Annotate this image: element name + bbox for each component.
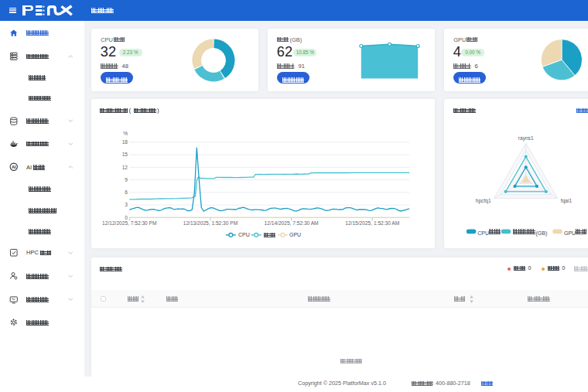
svg-text:CPU: CPU bbox=[238, 233, 250, 238]
svg-text:12/14/2025, 7:52:30 AM: 12/14/2025, 7:52:30 AM bbox=[265, 221, 319, 227]
svg-text:9: 9 bbox=[125, 177, 128, 182]
svg-text:fqai1: fqai1 bbox=[561, 198, 573, 204]
svg-text:12: 12 bbox=[122, 165, 128, 170]
svg-text:12/15/2025, 1:52:30 AM: 12/15/2025, 1:52:30 AM bbox=[345, 221, 399, 227]
svg-text:GPU: GPU bbox=[289, 233, 301, 238]
svg-text:18: 18 bbox=[122, 139, 128, 145]
svg-text:rayns1: rayns1 bbox=[518, 135, 534, 141]
svg-text:6: 6 bbox=[125, 189, 128, 195]
svg-text:AI: AI bbox=[12, 165, 16, 169]
svg-text:3: 3 bbox=[125, 203, 128, 208]
svg-text:15: 15 bbox=[122, 152, 128, 158]
svg-text:%: % bbox=[123, 131, 128, 136]
svg-text:12/13/2025, 1:52:30 PM: 12/13/2025, 1:52:30 PM bbox=[183, 221, 238, 227]
svg-text:hpcfq1: hpcfq1 bbox=[476, 198, 491, 204]
svg-text:CPU: CPU bbox=[477, 230, 489, 236]
svg-text:0: 0 bbox=[125, 215, 128, 220]
svg-text:(GB): (GB) bbox=[536, 230, 548, 237]
svg-text:12/12/2025, 7:52:30 PM: 12/12/2025, 7:52:30 PM bbox=[102, 221, 156, 227]
svg-text:GPU: GPU bbox=[564, 230, 576, 236]
